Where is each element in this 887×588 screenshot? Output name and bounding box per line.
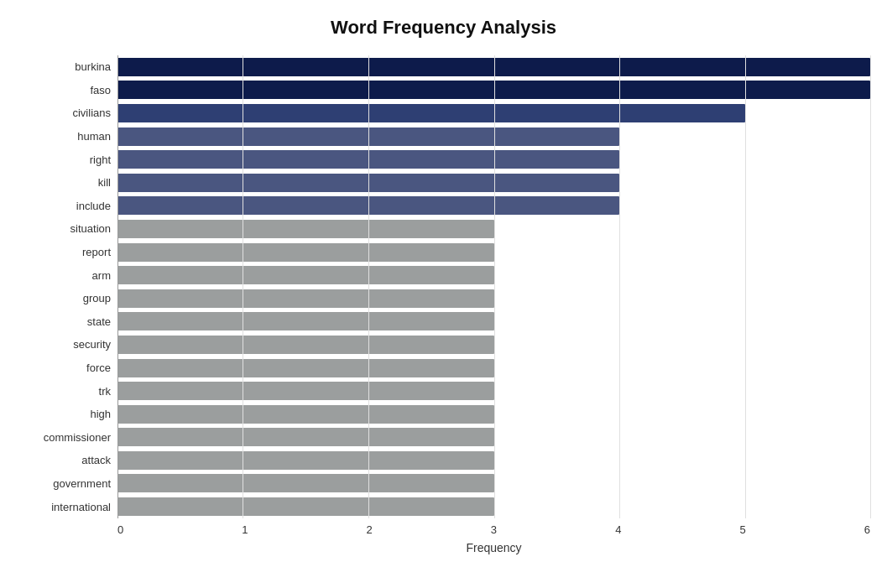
y-axis-label-group: group	[83, 287, 111, 310]
y-axis-label-state: state	[87, 310, 111, 334]
x-tick-1: 1	[242, 523, 248, 536]
y-axis-label-government: government	[53, 472, 111, 496]
bar-row-high	[117, 403, 870, 426]
x-tick-2: 2	[367, 523, 373, 536]
y-axis-label-civilians: civilians	[72, 101, 111, 125]
x-tick-6: 6	[864, 523, 870, 536]
bar-row-report	[117, 241, 870, 264]
y-axis-label-burkina: burkina	[75, 55, 111, 79]
bar-force	[117, 359, 494, 377]
bar-situation	[117, 220, 494, 238]
bar-high	[117, 405, 494, 424]
bar-row-trk	[117, 379, 870, 403]
bar-group	[117, 289, 494, 308]
bar-trk	[117, 382, 494, 400]
x-tick-5: 5	[739, 523, 745, 536]
bar-row-commissioner	[117, 426, 870, 450]
bar-row-arm	[117, 263, 870, 287]
bar-row-international	[117, 495, 870, 518]
bar-report	[117, 243, 494, 262]
y-axis-label-include: include	[76, 195, 111, 218]
y-axis-label-report: report	[82, 241, 111, 264]
x-axis-label: Frequency	[117, 541, 870, 554]
bar-include	[117, 196, 619, 215]
bar-commissioner	[117, 428, 494, 446]
bar-row-group	[117, 287, 870, 310]
bar-human	[117, 127, 619, 146]
y-axis-label-situation: situation	[70, 217, 111, 241]
bar-attack	[117, 451, 494, 470]
bar-row-faso	[117, 79, 870, 102]
y-axis-label-force: force	[86, 356, 111, 380]
bar-row-human	[117, 125, 870, 148]
bar-arm	[117, 266, 494, 284]
bar-international	[117, 497, 494, 516]
bar-row-burkina	[117, 55, 870, 79]
y-axis-label-attack: attack	[81, 449, 111, 472]
bar-security	[117, 336, 494, 354]
bar-faso	[117, 81, 870, 99]
y-axis-label-right: right	[90, 148, 111, 171]
x-tick-0: 0	[117, 523, 123, 536]
grid-line-6	[870, 55, 871, 518]
bar-row-right	[117, 148, 870, 171]
bar-civilians	[117, 104, 745, 122]
bar-kill	[117, 174, 619, 192]
y-axis-label-security: security	[73, 333, 111, 356]
y-axis-label-commissioner: commissioner	[44, 426, 111, 450]
bar-row-situation	[117, 217, 870, 241]
y-axis-label-human: human	[77, 125, 111, 148]
bar-row-attack	[117, 449, 870, 472]
bar-row-force	[117, 356, 870, 380]
bar-row-state	[117, 310, 870, 334]
y-axis-label-high: high	[90, 403, 111, 426]
bar-row-civilians	[117, 101, 870, 125]
bar-row-security	[117, 333, 870, 356]
chart-title: Word Frequency Analysis	[331, 17, 556, 39]
y-axis-label-arm: arm	[92, 263, 111, 287]
y-axis-label-faso: faso	[90, 79, 111, 102]
bar-row-government	[117, 472, 870, 496]
y-axis-label-international: international	[51, 495, 111, 518]
x-tick-3: 3	[491, 523, 497, 536]
bar-row-kill	[117, 171, 870, 195]
bar-right	[117, 150, 619, 169]
bar-state	[117, 312, 494, 330]
bar-row-include	[117, 195, 870, 218]
y-axis-label-trk: trk	[99, 379, 111, 403]
x-tick-4: 4	[615, 523, 621, 536]
bar-government	[117, 474, 494, 492]
y-axis-label-kill: kill	[98, 171, 111, 195]
bar-burkina	[117, 58, 870, 76]
